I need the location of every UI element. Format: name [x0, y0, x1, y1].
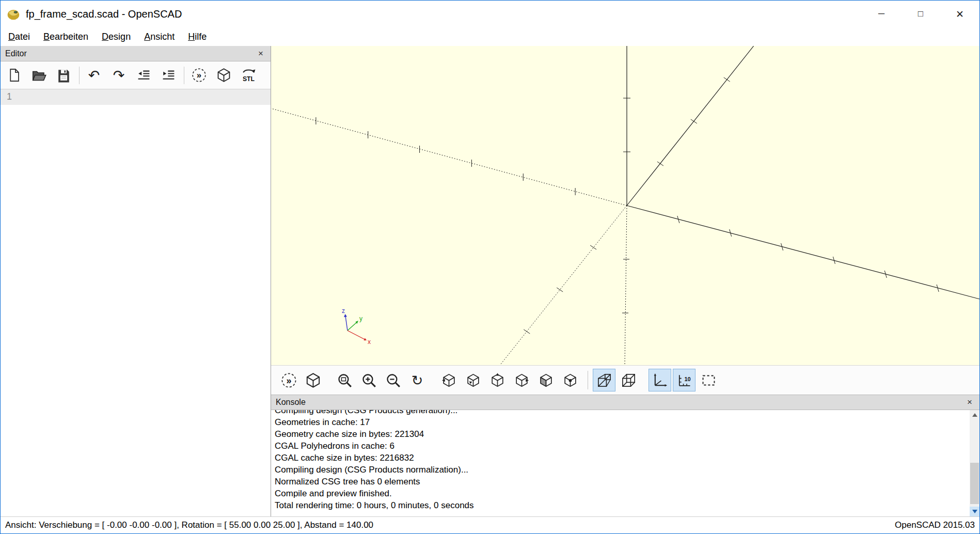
render-button[interactable] [213, 65, 234, 86]
console-panel-title: Konsole [276, 398, 306, 407]
console-line: Total rendering time: 0 hours, 0 minutes… [275, 499, 967, 511]
console-lines: Compiling design (CSG Products generatio… [275, 410, 967, 511]
view-top-button[interactable] [486, 369, 509, 391]
editor-text-area[interactable]: 1 [1, 89, 271, 516]
show-scale-markers-icon: 10 [676, 372, 692, 388]
scrollbar-thumb[interactable] [970, 463, 979, 504]
console-output[interactable]: Compiling design (CSG Products generatio… [271, 410, 979, 516]
zoom-in-button[interactable] [357, 369, 380, 391]
vp-render-button[interactable] [302, 369, 324, 391]
show-axes-button[interactable] [649, 369, 671, 391]
zoom-out-button[interactable] [382, 369, 404, 391]
close-button[interactable]: ✕ [940, 1, 979, 27]
menu-datei[interactable]: Datei [2, 27, 37, 46]
perspective-button[interactable] [593, 369, 615, 391]
toolbar-separator [79, 67, 80, 84]
view-diagonal-button[interactable] [534, 369, 557, 391]
redo-button[interactable]: ↷ [108, 65, 129, 86]
menubar: Datei Bearbeiten Design Ansicht Hilfe [1, 27, 979, 46]
gizmo-z-label: z [342, 307, 345, 315]
redo-icon: ↷ [113, 68, 125, 82]
editor-panel-title: Editor [5, 49, 27, 58]
menu-bearbeiten[interactable]: Bearbeiten [37, 27, 95, 46]
toolbar-separator [588, 371, 588, 389]
console-line: CGAL cache size in bytes: 2216832 [275, 452, 967, 464]
console-close-icon[interactable]: × [965, 397, 975, 407]
indent-button[interactable] [158, 65, 179, 86]
menu-design[interactable]: Design [95, 27, 137, 46]
orthographic-button[interactable] [617, 369, 640, 391]
new-file-button[interactable] [4, 65, 24, 86]
preview-button[interactable]: » [188, 65, 209, 86]
export-stl-icon: STL [241, 67, 257, 83]
view-left-icon [441, 372, 457, 388]
console-line: Compiling design (CSG Products normaliza… [275, 464, 967, 476]
view-top-icon [489, 372, 505, 388]
zoom-in-icon [360, 372, 377, 389]
scroll-down-icon[interactable] [970, 507, 979, 516]
open-folder-icon [31, 68, 46, 83]
view-left-button[interactable] [437, 369, 460, 391]
window-controls: ─ □ ✕ [862, 1, 979, 27]
export-stl-button[interactable]: STL [238, 65, 259, 86]
view-right-button[interactable] [510, 369, 533, 391]
console-line: CGAL Polyhedrons in cache: 6 [275, 440, 967, 452]
console-line: Compiling design (CSG Products generatio… [275, 410, 967, 416]
perspective-icon [596, 372, 612, 388]
undo-button[interactable]: ↶ [84, 65, 104, 86]
preview-icon: » [191, 67, 207, 83]
svg-text:10: 10 [684, 375, 690, 382]
view-center-icon [562, 372, 578, 388]
current-line-highlight [1, 89, 271, 105]
vp-preview-button[interactable]: » [277, 369, 300, 391]
save-button[interactable] [53, 65, 74, 86]
console-scrollbar[interactable] [970, 410, 979, 516]
unindent-button[interactable] [133, 65, 154, 86]
zoom-all-button[interactable] [333, 369, 356, 391]
save-icon [56, 68, 71, 83]
view-front-icon [465, 372, 481, 388]
render-cube-icon [305, 372, 322, 389]
menu-ansicht[interactable]: Ansicht [137, 27, 181, 46]
console-line: Geometries in cache: 17 [275, 416, 967, 428]
viewport-axes [271, 46, 979, 365]
render-cube-icon [216, 67, 232, 83]
orthographic-icon [621, 372, 637, 388]
scroll-up-icon[interactable] [970, 410, 979, 420]
undo-icon: ↶ [88, 68, 100, 82]
svg-text:»: » [196, 70, 201, 80]
orientation-gizmo: z y x [328, 307, 374, 348]
show-crosshairs-button[interactable] [697, 369, 720, 391]
viewport-3d[interactable]: z y x [271, 46, 979, 365]
menu-hilfe[interactable]: Hilfe [181, 27, 213, 46]
view-center-button[interactable] [559, 369, 581, 391]
new-file-icon [7, 68, 22, 83]
titlebar[interactable]: fp_frame_scad.scad - OpenSCAD ─ □ ✕ [1, 1, 979, 27]
toolbar-separator [184, 67, 184, 84]
view-right-icon [514, 372, 530, 388]
view-front-button[interactable] [462, 369, 484, 391]
editor-toolbar: ↶ ↷ [1, 61, 271, 89]
window-title: fp_frame_scad.scad - OpenSCAD [26, 8, 182, 20]
status-version: OpenSCAD 2015.03 [895, 520, 975, 530]
openscad-window: fp_frame_scad.scad - OpenSCAD ─ □ ✕ Date… [0, 0, 980, 534]
maximize-button[interactable]: □ [901, 1, 940, 27]
show-scale-markers-button[interactable]: 10 [673, 369, 696, 391]
viewport-toolbar: » [271, 365, 979, 395]
line-number: 1 [1, 91, 16, 102]
show-axes-icon [652, 372, 668, 388]
console-panel-header[interactable]: Konsole × [271, 395, 979, 410]
minimize-button[interactable]: ─ [862, 1, 901, 27]
editor-close-icon[interactable]: × [256, 49, 266, 59]
console-line: Normalized CSG tree has 0 elements [275, 476, 967, 488]
reset-view-button[interactable]: ↻ [406, 369, 429, 391]
zoom-all-icon [336, 372, 353, 389]
zoom-out-icon [385, 372, 402, 389]
show-crosshairs-icon [701, 372, 717, 388]
editor-panel-header[interactable]: Editor × [1, 46, 271, 61]
open-file-button[interactable] [28, 65, 49, 86]
gizmo-y-label: y [359, 315, 362, 322]
console-panel: Konsole × Compiling design (CSG Products… [271, 395, 979, 516]
unindent-icon [136, 68, 151, 83]
main-area: Editor × [1, 46, 979, 516]
